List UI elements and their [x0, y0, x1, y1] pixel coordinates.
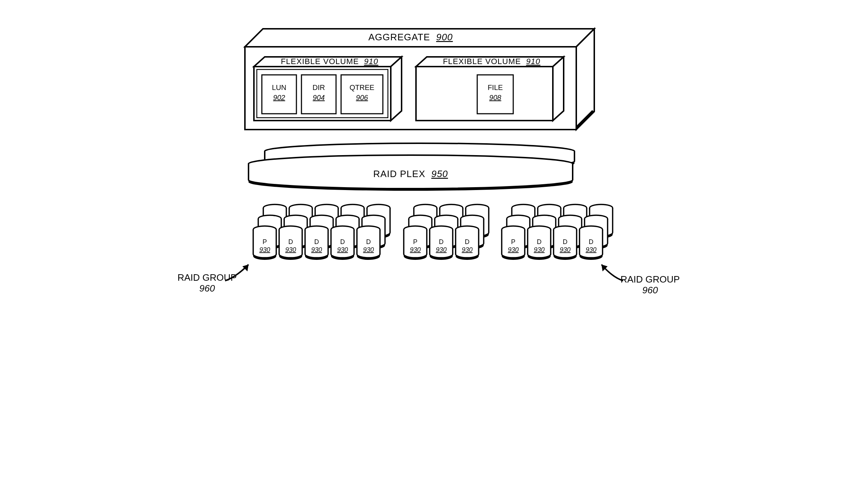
plex-label: RAID PLEX	[373, 168, 425, 179]
qtree-label: QTREE	[350, 84, 375, 91]
aggregate-label: AGGREGATE	[368, 32, 430, 42]
svg-text:930: 930	[410, 246, 421, 253]
svg-text:930: 930	[311, 246, 322, 253]
svg-text:930: 930	[586, 246, 596, 253]
svg-text:D: D	[465, 238, 470, 245]
svg-text:D: D	[439, 238, 444, 245]
qtree-box: QTREE 906	[341, 75, 383, 114]
svg-text:P: P	[413, 238, 417, 245]
svg-text:P: P	[511, 238, 515, 245]
aggregate-ref: 900	[436, 32, 453, 42]
svg-text:AGGREGATE  900: AGGREGATE 900	[368, 32, 453, 42]
svg-text:930: 930	[462, 246, 473, 253]
lun-label: LUN	[272, 84, 286, 91]
plex-ref: 950	[431, 168, 448, 179]
raid-plex: RAID PLEX 950	[249, 143, 574, 191]
raidgroup-right-ref: 960	[642, 285, 658, 295]
lun-ref: 902	[273, 94, 285, 101]
svg-text:930: 930	[508, 246, 519, 253]
svg-text:930: 930	[259, 246, 270, 253]
flexvol-right-label: FLEXIBLE VOLUME	[443, 57, 521, 66]
callout-left: RAID GROUP 960	[178, 265, 249, 294]
svg-text:D: D	[366, 238, 371, 245]
svg-text:P: P	[263, 238, 267, 245]
svg-text:930: 930	[337, 246, 348, 253]
file-label: FILE	[488, 84, 503, 91]
svg-text:FLEXIBLE VOLUME  910: FLEXIBLE VOLUME 910	[443, 57, 541, 66]
flexvol-right-ref: 910	[526, 57, 541, 66]
raidgroup-left-ref: 960	[199, 283, 215, 294]
svg-text:FLEXIBLE VOLUME  910: FLEXIBLE VOLUME 910	[281, 57, 379, 66]
dir-ref: 904	[313, 94, 325, 101]
flexvol-right: FLEXIBLE VOLUME 910 FILE 908	[416, 57, 564, 121]
svg-text:930: 930	[363, 246, 374, 253]
qtree-ref: 906	[356, 94, 368, 101]
raidgroup-left-label: RAID GROUP	[178, 272, 237, 283]
svg-text:D: D	[563, 238, 568, 245]
svg-text:930: 930	[560, 246, 571, 253]
storage-hierarchy-diagram: AGGREGATE 900 FLEXIBLE VOLUME 910 LUN 90…	[171, 14, 697, 320]
callout-right: RAID GROUP 960	[601, 265, 680, 295]
flexvol-left-label: FLEXIBLE VOLUME	[281, 57, 359, 66]
svg-text:D: D	[314, 238, 319, 245]
flexvol-left: FLEXIBLE VOLUME 910 LUN 902 DIR 904 QTRE…	[254, 57, 402, 121]
svg-text:D: D	[340, 238, 345, 245]
lun-box: LUN 902	[262, 75, 296, 114]
flexvol-left-ref: 910	[364, 57, 379, 66]
svg-text:930: 930	[285, 246, 296, 253]
svg-text:D: D	[589, 238, 594, 245]
file-box: FILE 908	[477, 75, 513, 114]
svg-text:RAID PLEX  950: RAID PLEX 950	[373, 168, 448, 179]
file-ref: 908	[489, 94, 501, 101]
svg-text:930: 930	[534, 246, 545, 253]
dir-label: DIR	[313, 84, 325, 91]
svg-text:D: D	[288, 238, 293, 245]
svg-text:930: 930	[436, 246, 447, 253]
svg-text:D: D	[537, 238, 542, 245]
raidgroup-right-label: RAID GROUP	[621, 274, 680, 285]
dir-box: DIR 904	[301, 75, 336, 114]
